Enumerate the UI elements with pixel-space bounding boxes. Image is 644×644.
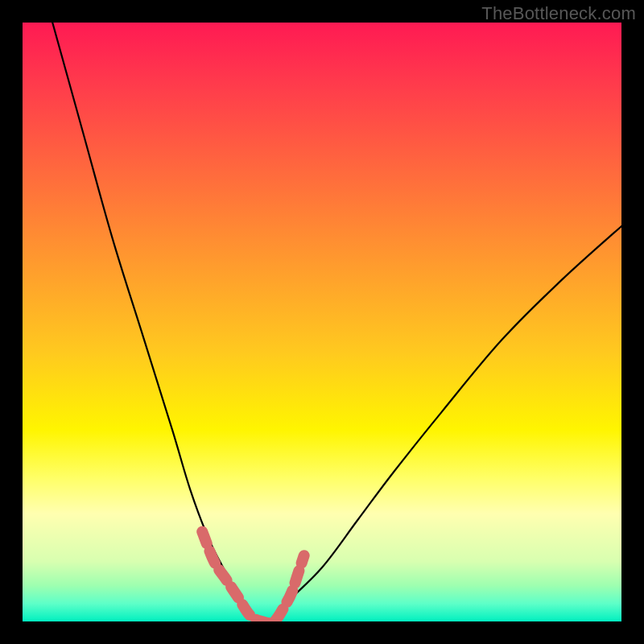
bottleneck-curve-svg — [23, 23, 621, 621]
watermark-text: TheBottleneck.com — [481, 3, 636, 24]
chart-frame: TheBottleneck.com — [0, 0, 644, 644]
bottleneck-curve-path — [52, 23, 621, 621]
marker-segment-path — [202, 531, 303, 621]
plot-area — [23, 23, 621, 621]
